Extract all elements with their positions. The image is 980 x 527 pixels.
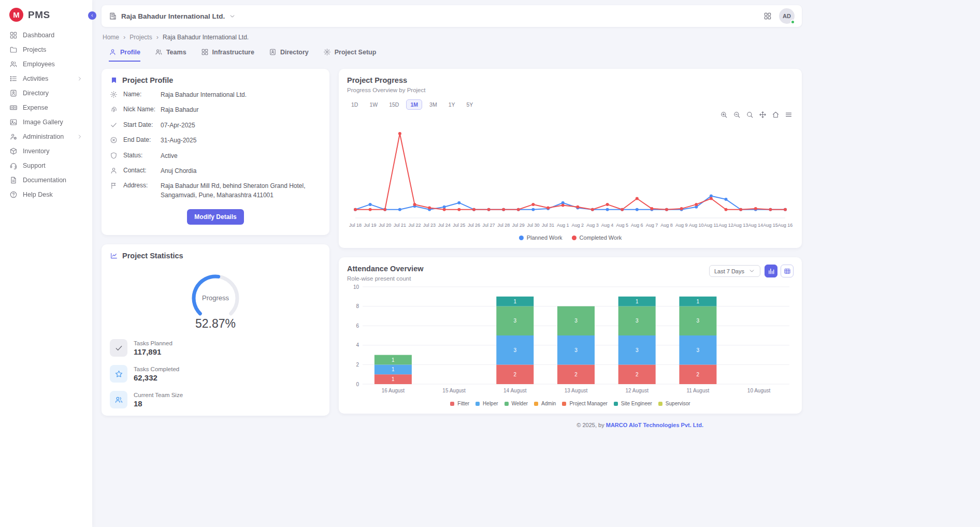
tab-label: Profile bbox=[120, 49, 140, 56]
zoom-out-icon[interactable] bbox=[733, 111, 741, 119]
svg-text:15 August: 15 August bbox=[442, 388, 466, 393]
svg-text:8: 8 bbox=[356, 303, 359, 309]
footer-text: © 2025, by bbox=[577, 422, 606, 428]
legend-label: Project Manager bbox=[569, 401, 607, 406]
attendance-card-title: Attendance Overview bbox=[347, 265, 423, 273]
attendance-bar-chart[interactable]: 024681011116 August15 August233114 Augus… bbox=[347, 283, 794, 396]
svg-text:1: 1 bbox=[392, 367, 395, 372]
tab-teams[interactable]: Teams bbox=[155, 48, 186, 62]
user-avatar[interactable]: AD bbox=[779, 8, 795, 24]
progress-line-chart[interactable]: Jul 18Jul 19Jul 20Jul 21Jul 22Jul 23Jul … bbox=[347, 120, 794, 229]
tab-infrastructure[interactable]: Infrastructure bbox=[201, 48, 254, 62]
tab-label: Directory bbox=[280, 49, 309, 56]
expense-icon bbox=[9, 104, 18, 112]
menu-icon[interactable] bbox=[785, 111, 792, 119]
legend-helper[interactable]: Helper bbox=[475, 401, 498, 406]
bar-view-button[interactable] bbox=[765, 265, 777, 277]
legend-supervisor[interactable]: Supervisor bbox=[658, 401, 690, 406]
sidebar-item-activities[interactable]: Activities bbox=[0, 71, 92, 86]
zoom-in-icon[interactable] bbox=[720, 111, 728, 119]
range-button-3m[interactable]: 3M bbox=[425, 99, 441, 110]
svg-text:Jul 23: Jul 23 bbox=[423, 223, 436, 228]
field-value: 07-Apr-2025 bbox=[161, 121, 321, 130]
legend-welder[interactable]: Welder bbox=[505, 401, 528, 406]
sidebar-item-label: Dashboard bbox=[23, 32, 54, 39]
legend-fitter[interactable]: Fitter bbox=[450, 401, 469, 406]
table-view-button[interactable] bbox=[781, 265, 794, 277]
days-range-select[interactable]: Last 7 Days bbox=[709, 265, 760, 277]
app-logo: M PMS bbox=[0, 0, 92, 28]
directory-icon bbox=[9, 89, 18, 97]
range-button-15d[interactable]: 15D bbox=[385, 99, 403, 110]
sidebar-item-image-gallery[interactable]: Image Gallery bbox=[0, 115, 92, 129]
breadcrumb-item-projects[interactable]: Projects bbox=[129, 34, 152, 41]
svg-text:3: 3 bbox=[636, 318, 639, 324]
sidebar-collapse-button[interactable]: ‹ bbox=[88, 11, 96, 20]
breadcrumb-item-home[interactable]: Home bbox=[103, 34, 119, 41]
svg-text:Jul 19: Jul 19 bbox=[364, 223, 377, 228]
legend-site-engineer[interactable]: Site Engineer bbox=[614, 401, 652, 406]
support-icon bbox=[9, 162, 18, 170]
people-icon bbox=[155, 48, 163, 56]
pan-icon[interactable] bbox=[759, 111, 767, 119]
tab-project-setup[interactable]: Project Setup bbox=[323, 48, 377, 62]
legend-admin[interactable]: Admin bbox=[534, 401, 556, 406]
tab-directory[interactable]: Directory bbox=[269, 48, 309, 62]
svg-text:1: 1 bbox=[392, 357, 395, 363]
selection-zoom-icon[interactable] bbox=[746, 111, 754, 119]
profile-field-nick-name: Nick Name:Raja Bahadur bbox=[110, 106, 321, 114]
sidebar-item-support[interactable]: Support bbox=[0, 158, 92, 173]
chevron-right-icon bbox=[77, 76, 83, 82]
range-button-5y[interactable]: 5Y bbox=[462, 99, 477, 110]
range-button-1y[interactable]: 1Y bbox=[444, 99, 459, 110]
gauge-label: Progress bbox=[171, 294, 260, 302]
legend-label: Supervisor bbox=[666, 401, 690, 406]
range-button-1d[interactable]: 1D bbox=[347, 99, 362, 110]
profile-field-end-date: End Date:31-Aug-2025 bbox=[110, 136, 321, 145]
svg-text:11 August: 11 August bbox=[687, 388, 710, 393]
svg-text:Aug 1: Aug 1 bbox=[557, 223, 569, 228]
projects-icon bbox=[9, 46, 18, 54]
bar-chart-mount: 024681011116 August15 August233114 Augus… bbox=[347, 283, 794, 398]
legend-marker bbox=[572, 236, 577, 240]
svg-text:13 August: 13 August bbox=[565, 388, 588, 393]
modify-details-button[interactable]: Modify Details bbox=[187, 209, 243, 225]
apps-grid-icon[interactable] bbox=[763, 12, 772, 20]
gear-icon bbox=[110, 91, 118, 98]
attendance-card-subtitle: Role-wise present count bbox=[347, 275, 423, 282]
svg-text:6: 6 bbox=[356, 323, 359, 329]
sidebar-item-dashboard[interactable]: Dashboard bbox=[0, 28, 92, 42]
range-button-1w[interactable]: 1W bbox=[365, 99, 382, 110]
sidebar-item-expense[interactable]: Expense bbox=[0, 100, 92, 115]
profile-field-name: Name:Raja Bahadur International Ltd. bbox=[110, 91, 321, 99]
sidebar-item-directory[interactable]: Directory bbox=[0, 86, 92, 100]
sidebar-item-documentation[interactable]: Documentation bbox=[0, 173, 92, 187]
footer-link[interactable]: MARCO AIoT Technologies Pvt. Ltd. bbox=[606, 422, 703, 428]
company-selector[interactable]: Raja Bahadur International Ltd. bbox=[109, 12, 236, 20]
tab-profile[interactable]: Profile bbox=[109, 48, 140, 62]
building-icon bbox=[109, 12, 117, 20]
profile-field-start-date: Start Date:07-Apr-2025 bbox=[110, 121, 321, 130]
sidebar-item-help-desk[interactable]: Help Desk bbox=[0, 187, 92, 202]
sidebar-item-employees[interactable]: Employees bbox=[0, 57, 92, 71]
field-value: Raja Bahadur Mill Rd, behind Sheraton Gr… bbox=[161, 182, 321, 200]
legend-completed-work[interactable]: Completed Work bbox=[572, 235, 622, 241]
legend-planned-work[interactable]: Planned Work bbox=[519, 235, 563, 241]
home-icon[interactable] bbox=[772, 111, 780, 119]
legend-label: Completed Work bbox=[580, 235, 622, 241]
sidebar-item-inventory[interactable]: Inventory bbox=[0, 144, 92, 158]
legend-label: Fitter bbox=[457, 401, 469, 406]
sidebar-item-projects[interactable]: Projects bbox=[0, 42, 92, 57]
legend-marker bbox=[614, 402, 618, 406]
range-button-1m[interactable]: 1M bbox=[406, 99, 422, 110]
legend-marker bbox=[475, 402, 480, 406]
svg-text:1: 1 bbox=[514, 299, 517, 304]
svg-text:Aug 12: Aug 12 bbox=[718, 223, 733, 228]
svg-text:2: 2 bbox=[574, 372, 578, 377]
legend-project-manager[interactable]: Project Manager bbox=[562, 401, 607, 406]
svg-text:Jul 30: Jul 30 bbox=[527, 223, 539, 228]
profile-field-status: Status:Active bbox=[110, 152, 321, 160]
svg-text:12 August: 12 August bbox=[625, 388, 648, 393]
sidebar-item-administration[interactable]: Administration bbox=[0, 129, 92, 144]
svg-text:2: 2 bbox=[636, 372, 639, 377]
